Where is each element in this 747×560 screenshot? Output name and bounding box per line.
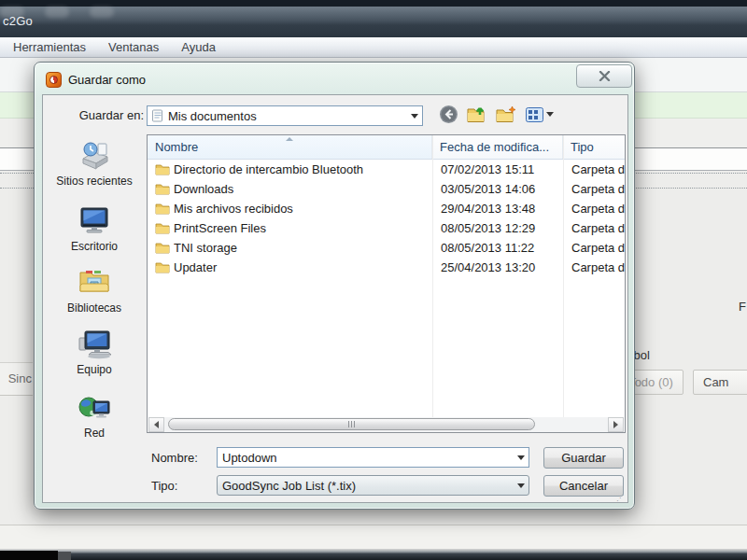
column-header-type-label: Tipo (571, 140, 594, 154)
tree-cam-button-label: Cam (703, 375, 728, 389)
desktop-icon (76, 202, 113, 239)
file-date: 03/05/2013 14:06 (432, 182, 563, 196)
new-folder-button[interactable] (496, 105, 517, 123)
bg-left-button-label: Sinc (8, 371, 32, 385)
tree-cam-button[interactable]: Cam (693, 370, 747, 395)
sidebar-item-desktop[interactable]: Escritorio (47, 202, 142, 263)
save-in-dropdown-arrow[interactable] (407, 106, 422, 125)
file-date: 07/02/2013 15:11 (432, 162, 563, 176)
file-row[interactable]: Mis archivos recibidos 29/04/2013 13:48 … (148, 199, 625, 218)
file-date: 25/04/2013 13:20 (432, 260, 563, 274)
folder-icon (155, 222, 170, 234)
resize-grip[interactable]: ⋰ (616, 494, 626, 501)
column-header-type[interactable]: Tipo (563, 135, 625, 159)
back-button[interactable] (439, 105, 458, 124)
file-type: Carpeta d (563, 162, 625, 176)
app-titlebar: c2Go (0, 7, 747, 37)
dialog-close-button[interactable] (576, 64, 632, 88)
screen-top-edge (0, 0, 747, 7)
dialog-title: Guardar como (68, 73, 146, 87)
sidebar-item-label: Escritorio (71, 240, 118, 253)
column-header-date[interactable]: Fecha de modifica... (432, 135, 563, 159)
minimize-icon (0, 7, 24, 18)
status-bar: 0 0 (0, 525, 747, 549)
save-in-value: Mis documentos (163, 109, 407, 123)
file-name: Downloads (174, 182, 432, 196)
file-row[interactable]: Directorio de intercambio Bluetooth 07/0… (148, 160, 625, 179)
file-name: Mis archivos recibidos (174, 202, 432, 216)
view-menu-icon (526, 107, 543, 122)
folder-icon (155, 163, 170, 175)
file-type: Carpeta d (563, 182, 625, 196)
view-menu-button[interactable] (526, 107, 554, 122)
up-one-level-icon (467, 105, 487, 123)
save-button[interactable]: Guardar (543, 447, 624, 469)
sidebar-item-label: Bibliotecas (67, 301, 121, 315)
taskbar-left-block-2 (58, 552, 71, 560)
filetype-label: Tipo: (151, 479, 177, 493)
sidebar-item-label: Sitios recientes (56, 175, 132, 188)
file-row[interactable]: Updater 25/04/2013 13:20 Carpeta d (148, 258, 625, 277)
bg-row-letter: F (739, 300, 746, 314)
recent-places-icon (76, 136, 113, 174)
filetype-dropdown-arrow[interactable] (514, 476, 529, 495)
scrollbar-track[interactable] (164, 417, 608, 432)
folder-icon (155, 183, 170, 195)
column-header-name[interactable]: Nombre (148, 135, 432, 159)
scrollbar-thumb[interactable] (168, 418, 535, 430)
taskbar-edge (0, 549, 747, 560)
network-icon (76, 390, 113, 426)
filename-value[interactable]: Uptodown (218, 451, 514, 465)
taskbar-left-block (0, 551, 58, 560)
app-menubar: Herramientas Ventanas Ayuda (0, 37, 747, 58)
up-one-level-button[interactable] (467, 105, 487, 123)
bg-left-button[interactable]: Sinc (0, 362, 33, 396)
dialog-content: Guardar en: Mis documentos (42, 94, 628, 503)
sidebar-item-label: Red (84, 427, 105, 440)
file-row[interactable]: TNI storage 08/05/2013 11:22 Carpeta d (148, 238, 625, 258)
folder-icon (155, 203, 170, 215)
sidebar-item-recent-places[interactable]: Sitios recientes (47, 136, 142, 198)
window-controls (0, 7, 747, 18)
scroll-right-arrow[interactable] (608, 417, 624, 432)
filename-combobox[interactable]: Uptodown (217, 447, 529, 468)
back-icon (439, 105, 458, 124)
folder-icon (155, 261, 170, 273)
sidebar-item-libraries[interactable]: Bibliotecas (47, 263, 142, 325)
sidebar-item-network[interactable]: Red (47, 390, 142, 452)
file-list-rows: Directorio de intercambio Bluetooth 07/0… (148, 160, 625, 277)
save-button-label: Guardar (561, 451, 606, 465)
close-icon (599, 71, 611, 81)
filetype-combobox[interactable]: GoodSync Job List (*.tix) (217, 475, 529, 496)
column-header-name-label: Nombre (155, 140, 198, 154)
goodsync-app-icon (46, 72, 62, 88)
scroll-left-arrow[interactable] (148, 417, 164, 432)
file-type: Carpeta d (563, 260, 625, 274)
computer-icon (76, 327, 113, 362)
file-row[interactable]: Downloads 03/05/2013 14:06 Carpeta d (148, 179, 625, 199)
cancel-button[interactable]: Cancelar (543, 475, 624, 497)
new-folder-icon (496, 105, 517, 123)
file-row[interactable]: PrintScreen Files 08/05/2013 12:29 Carpe… (148, 218, 625, 238)
horizontal-scrollbar[interactable] (148, 417, 624, 432)
file-type: Carpeta d (563, 221, 625, 235)
menu-ventanas[interactable]: Ventanas (97, 38, 170, 56)
file-name: Directorio de intercambio Bluetooth (174, 162, 432, 176)
file-list: Nombre Fecha de modifica... Tipo Directo… (147, 134, 626, 433)
sort-ascending-icon (286, 137, 293, 141)
filename-dropdown-arrow[interactable] (514, 448, 529, 467)
sidebar-item-label: Equipo (77, 363, 111, 376)
dialog-toolbar (439, 105, 554, 124)
save-in-combobox[interactable]: Mis documentos (147, 105, 423, 126)
file-date: 08/05/2013 12:29 (432, 221, 563, 235)
folder-icon (155, 242, 170, 254)
save-as-dialog: Guardar como Guardar en: Mis documentos (34, 62, 635, 510)
menu-herramientas[interactable]: Herramientas (2, 38, 97, 56)
sidebar-item-computer[interactable]: Equipo (47, 327, 142, 388)
file-type: Carpeta d (563, 241, 625, 255)
menu-ayuda[interactable]: Ayuda (170, 38, 227, 56)
file-name: TNI storage (174, 241, 432, 255)
file-date: 08/05/2013 11:22 (432, 241, 563, 255)
file-date: 29/04/2013 13:48 (432, 202, 563, 216)
view-menu-caret-icon (546, 112, 554, 117)
